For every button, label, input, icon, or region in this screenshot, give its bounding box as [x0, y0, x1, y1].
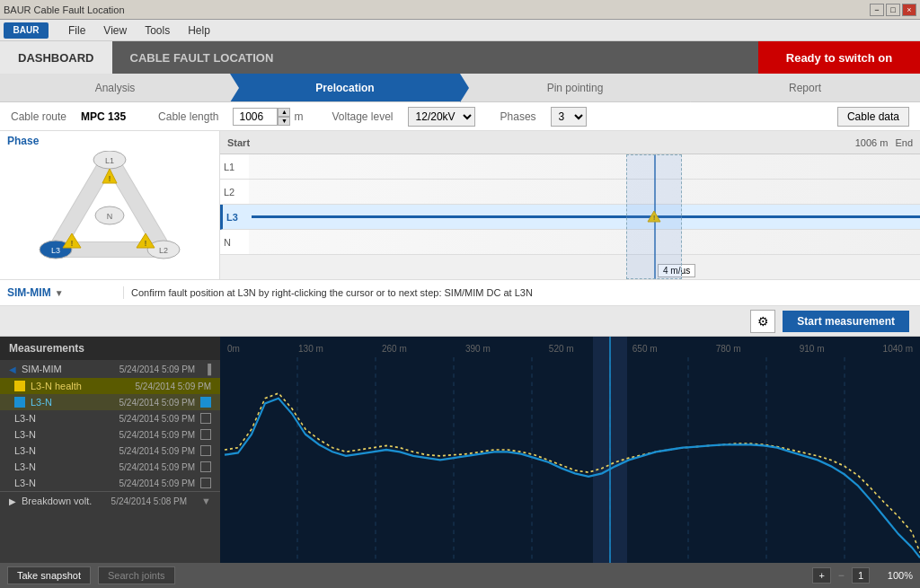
maximize-button[interactable]: □	[886, 4, 900, 16]
bottom-section: Measurements ◀ SIM-MIM 5/24/2014 5:09 PM…	[0, 337, 920, 588]
group-scroll-icon: ▐	[204, 364, 211, 374]
wf-label-7: 910 m	[800, 344, 825, 354]
ready-switch-button[interactable]: Ready to switch on	[758, 41, 920, 74]
group-collapse-arrow: ◀	[9, 364, 16, 374]
item-checkbox-6[interactable]	[200, 478, 211, 488]
cable-length-label: Cable length	[158, 110, 218, 123]
workflow-bar: Analysis Prelocation Pin pointing Report	[0, 74, 920, 102]
title-bar-controls: − □ ×	[870, 4, 916, 16]
cable-route-value: MPC 135	[81, 110, 126, 123]
svg-text:N: N	[107, 212, 113, 221]
title-bar-text: BAUR Cable Fault Location	[4, 4, 125, 15]
search-joints-button[interactable]: Search joints	[98, 566, 175, 584]
waveform-svg	[220, 337, 920, 563]
item-label-1: L3-N	[31, 397, 52, 408]
menu-tools[interactable]: Tools	[136, 22, 179, 39]
wf-label-6: 780 m	[716, 344, 741, 354]
item-label-6: L3-N	[14, 478, 36, 488]
item-label-4: L3-N	[14, 445, 36, 456]
measurement-item-6[interactable]: L3-N 5/24/2014 5:09 PM	[0, 475, 220, 491]
cable-data-button[interactable]: Cable data	[837, 107, 909, 127]
zoom-separator: −	[838, 569, 845, 582]
trace-rows-container: L1 L2 L3 N	[220, 154, 920, 279]
trace-panel: Start 1006 m End L1 L2	[220, 131, 920, 279]
item-checkbox-3[interactable]	[200, 429, 211, 440]
zoom-in-button[interactable]: +	[812, 567, 830, 584]
trace-line-l2	[249, 180, 920, 204]
measurement-item-3[interactable]: L3-N 5/24/2014 5:09 PM	[0, 426, 220, 443]
breakdown-scroll: ▼	[201, 496, 211, 506]
item-date-0: 5/24/2014 5:09 PM	[135, 382, 211, 391]
item-label-5: L3-N	[14, 461, 36, 472]
wf-label-5: 650 m	[632, 344, 658, 354]
measurement-group-header[interactable]: ◀ SIM-MIM 5/24/2014 5:09 PM ▐	[0, 360, 220, 378]
start-measurement-button[interactable]: Start measurement	[783, 311, 909, 332]
phase-diagram: L1 L2 L3 N !	[38, 151, 181, 268]
item-date-2: 5/24/2014 5:09 PM	[119, 414, 195, 424]
zoom-out-button[interactable]: 1	[852, 567, 870, 584]
svg-text:!: !	[71, 239, 74, 248]
breakdown-date: 5/24/2014 5:08 PM	[111, 496, 188, 506]
cable-length-spinners: ▲ ▼	[278, 108, 290, 126]
cable-length-up[interactable]: ▲	[278, 108, 290, 117]
take-snapshot-button[interactable]: Take snapshot	[7, 566, 91, 584]
item-date-6: 5/24/2014 5:09 PM	[119, 478, 195, 488]
measurement-group-sim-mim: ◀ SIM-MIM 5/24/2014 5:09 PM ▐ L3-N healt…	[0, 360, 220, 491]
sim-mim-arrow[interactable]: ▼	[55, 288, 64, 298]
waveform-area[interactable]: 0m 130 m 260 m 390 m 520 m 650 m 780 m 9…	[220, 337, 920, 563]
color-indicator-1	[14, 397, 25, 408]
item-checkbox-5[interactable]	[200, 461, 211, 472]
measurement-item-0[interactable]: L3-N health 5/24/2014 5:09 PM	[0, 378, 220, 394]
item-checkbox-1[interactable]	[200, 397, 211, 408]
item-checkbox-4[interactable]	[200, 445, 211, 456]
trace-row-l1: L1	[220, 154, 920, 180]
phases-select[interactable]: 3 1	[551, 107, 587, 127]
cable-length-input[interactable]	[233, 108, 278, 126]
tab-bar: DASHBOARD CABLE FAULT LOCATION Ready to …	[0, 41, 920, 74]
app-container: BAUR Cable Fault Location − □ × BAUR Fil…	[0, 0, 920, 588]
measurement-item-1[interactable]: L3-N 5/24/2014 5:09 PM	[0, 394, 220, 410]
wf-label-1: 130 m	[298, 344, 323, 354]
workflow-step-prelocation[interactable]: Prelocation	[230, 74, 460, 101]
action-bar: ⚙ Start measurement	[0, 306, 920, 337]
phases-label: Phases	[500, 110, 536, 123]
trace-label-l2: L2	[224, 187, 249, 197]
menu-file[interactable]: File	[59, 22, 94, 39]
phase-panel: Phase L1 L2 L3	[0, 131, 220, 279]
close-button[interactable]: ×	[902, 4, 916, 16]
group-date: 5/24/2014 5:09 PM	[119, 364, 196, 374]
settings-button[interactable]: ⚙	[750, 310, 775, 333]
length-unit: m	[294, 110, 303, 123]
trace-line-l3	[252, 215, 920, 218]
chart-area: Phase L1 L2 L3	[0, 131, 920, 279]
wf-label-2: 260 m	[382, 344, 407, 354]
measurement-item-4[interactable]: L3-N 5/24/2014 5:09 PM	[0, 443, 220, 459]
sim-mim-label[interactable]: SIM-MIM	[7, 286, 51, 299]
workflow-step-pinpointing[interactable]: Pin pointing	[460, 74, 690, 101]
tab-cable-fault[interactable]: CABLE FAULT LOCATION	[112, 41, 292, 74]
measurements-list: Measurements ◀ SIM-MIM 5/24/2014 5:09 PM…	[0, 337, 220, 563]
item-checkbox-2[interactable]	[200, 413, 211, 424]
phase-label: Phase	[7, 135, 39, 147]
status-bar: SIM-MIM ▼ Confirm fault position at L3N …	[0, 279, 920, 306]
workflow-step-analysis[interactable]: Analysis	[0, 74, 230, 101]
zoom-level: 100%	[877, 570, 913, 581]
cable-length-down[interactable]: ▼	[278, 117, 290, 126]
voltage-label: Voltage level	[332, 110, 393, 123]
tab-dashboard[interactable]: DASHBOARD	[0, 41, 112, 74]
measurement-item-2[interactable]: L3-N 5/24/2014 5:09 PM	[0, 410, 220, 426]
menu-view[interactable]: View	[94, 22, 136, 39]
title-bar: BAUR Cable Fault Location − □ ×	[0, 0, 920, 20]
item-date-5: 5/24/2014 5:09 PM	[119, 462, 195, 472]
status-message: Confirm fault position at L3N by right-c…	[131, 287, 533, 298]
cursor-tooltip: 4 m/µs	[658, 264, 695, 277]
top-section: Analysis Prelocation Pin pointing Report…	[0, 74, 920, 337]
breakdown-row[interactable]: ▶ Breakdown volt. 5/24/2014 5:08 PM ▼	[0, 491, 220, 510]
measurement-item-5[interactable]: L3-N 5/24/2014 5:09 PM	[0, 459, 220, 475]
workflow-step-report[interactable]: Report	[690, 74, 920, 101]
voltage-select[interactable]: 12/20kV 6/10kV 20/35kV	[408, 107, 475, 127]
trace-line-n	[249, 230, 920, 254]
menu-help[interactable]: Help	[179, 22, 219, 39]
minimize-button[interactable]: −	[870, 4, 884, 16]
item-date-4: 5/24/2014 5:09 PM	[119, 446, 195, 456]
